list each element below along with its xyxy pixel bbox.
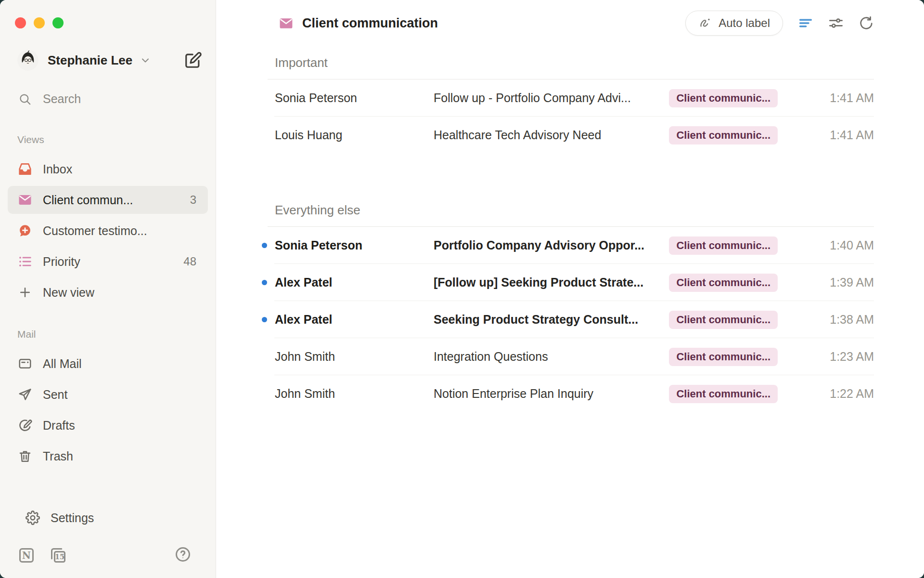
calendar-icon[interactable]: 15 — [50, 547, 67, 564]
sidebar-item-new-view[interactable]: New view — [8, 278, 208, 306]
priority-list-icon — [18, 254, 32, 269]
drafts-icon — [18, 418, 32, 433]
email-section: Everything else Sonia Peterson Portfolio… — [268, 204, 874, 412]
sidebar-footer: N15 — [18, 546, 192, 565]
sidebar-section-label: Views — [17, 134, 216, 145]
sidebar: Stephanie Lee Search Views Inbox Client … — [0, 0, 216, 578]
sidebar-item-priority[interactable]: Priority 48 — [8, 248, 208, 276]
search-icon — [18, 92, 31, 105]
email-row[interactable]: Louis Huang Healthcare Tech Advisory Nee… — [268, 117, 874, 154]
email-sender: Sonia Peterson — [275, 238, 434, 252]
auto-label-label: Auto label — [719, 16, 770, 30]
envelope-icon — [18, 193, 32, 207]
avatar — [17, 50, 38, 71]
email-row[interactable]: Alex Patel [Follow up] Seeking Product S… — [268, 264, 874, 301]
sidebar-item-label: Customer testimo... — [43, 224, 147, 238]
sidebar-item-label: Inbox — [43, 162, 72, 176]
email-time: 1:39 AM — [778, 276, 874, 289]
search-button[interactable]: Search — [18, 85, 202, 112]
email-row[interactable]: Sonia Peterson Portfolio Company Advisor… — [268, 227, 874, 264]
email-section-title: Everything else — [275, 204, 874, 216]
sidebar-section-items: Inbox Client commun... 3 Customer testim… — [0, 155, 216, 306]
sidebar-item-label: New view — [43, 286, 94, 300]
trash-icon — [18, 449, 32, 463]
minimize-window-button[interactable] — [34, 17, 45, 28]
email-time: 1:40 AM — [778, 238, 874, 252]
email-subject: Healthcare Tech Advisory Need — [434, 128, 659, 142]
email-row[interactable]: Alex Patel Seeking Product Strategy Cons… — [268, 301, 874, 338]
gear-icon — [26, 511, 40, 525]
svg-text:15: 15 — [55, 553, 64, 561]
refresh-button[interactable] — [859, 15, 874, 31]
sidebar-item-customer-testimo[interactable]: Customer testimo... — [8, 217, 208, 245]
email-label-badge: Client communic... — [669, 385, 778, 403]
svg-text:N: N — [22, 550, 31, 561]
email-section: Important Sonia Peterson Follow up - Por… — [268, 56, 874, 154]
email-time: 1:38 AM — [778, 313, 874, 327]
email-row[interactable]: John Smith Notion Enterprise Plan Inquir… — [268, 375, 874, 412]
email-sender: Alex Patel — [275, 313, 434, 327]
page-title: Client communication — [302, 16, 438, 31]
sidebar-item-trash[interactable]: Trash — [8, 442, 208, 470]
sidebar-item-label: Drafts — [43, 419, 75, 433]
unread-dot — [262, 317, 267, 322]
sidebar-item-sent[interactable]: Sent — [8, 381, 208, 408]
window-controls — [15, 17, 216, 28]
sidebar-section: Mail All Mail Sent Drafts Trash — [0, 328, 216, 470]
auto-label-wand-icon — [698, 16, 712, 30]
sidebar-item-label: Trash — [43, 449, 73, 463]
main-content: Client communication Auto label Importan… — [216, 0, 924, 578]
settings-area: Settings — [8, 504, 208, 535]
search-label: Search — [43, 92, 81, 106]
sidebar-item-drafts[interactable]: Drafts — [8, 411, 208, 439]
help-icon[interactable] — [174, 546, 192, 563]
envelope-icon — [279, 16, 294, 31]
header-controls: Auto label — [685, 11, 874, 36]
account-name: Stephanie Lee — [48, 53, 132, 68]
email-row[interactable]: John Smith Integration Questions Client … — [268, 338, 874, 375]
email-label-badge: Client communic... — [669, 126, 778, 144]
unread-dot — [262, 280, 267, 285]
email-subject: Notion Enterprise Plan Inquiry — [434, 387, 659, 401]
inbox-icon — [18, 162, 32, 176]
sidebar-item-label: All Mail — [43, 357, 82, 371]
notion-icon[interactable]: N — [18, 547, 35, 564]
compose-button[interactable] — [184, 51, 202, 69]
email-row[interactable]: Sonia Peterson Follow up - Portfolio Com… — [268, 79, 874, 117]
close-window-button[interactable] — [15, 17, 26, 28]
zoom-window-button[interactable] — [52, 17, 64, 28]
auto-label-button[interactable]: Auto label — [685, 11, 783, 36]
sidebar-item-inbox[interactable]: Inbox — [8, 155, 208, 183]
sidebar-item-label: Client commun... — [43, 193, 133, 207]
app-window: Stephanie Lee Search Views Inbox Client … — [0, 0, 924, 578]
view-header: Client communication Auto label — [279, 10, 874, 37]
email-label-badge: Client communic... — [669, 274, 778, 292]
sidebar-item-all-mail[interactable]: All Mail — [8, 350, 208, 378]
email-section-rows: Sonia Peterson Portfolio Company Advisor… — [268, 227, 874, 412]
filter-button[interactable] — [798, 15, 813, 31]
sidebar-item-label: Settings — [51, 511, 94, 525]
email-subject: [Follow up] Seeking Product Strate... — [434, 276, 659, 289]
sidebar-item-count: 48 — [183, 255, 196, 268]
email-label-badge: Client communic... — [669, 236, 778, 255]
sidebar-item-client-commun[interactable]: Client commun... 3 — [8, 186, 208, 214]
email-label-badge: Client communic... — [669, 89, 778, 107]
email-subject: Integration Questions — [434, 350, 659, 364]
email-sender: John Smith — [275, 350, 434, 364]
sidebar-item-label: Priority — [43, 255, 80, 269]
email-list: Important Sonia Peterson Follow up - Por… — [268, 46, 874, 412]
sidebar-sections: Views Inbox Client commun... 3 Customer … — [0, 134, 216, 470]
unread-dot — [262, 243, 267, 248]
email-subject: Seeking Product Strategy Consult... — [434, 313, 659, 327]
display-options-button[interactable] — [828, 15, 844, 31]
account-switcher[interactable]: Stephanie Lee — [17, 47, 202, 74]
sidebar-section: Views Inbox Client commun... 3 Customer … — [0, 134, 216, 306]
sidebar-item-settings[interactable]: Settings — [15, 504, 200, 532]
email-sender: Alex Patel — [275, 276, 434, 289]
plus-icon — [18, 285, 32, 300]
email-sender: Louis Huang — [275, 128, 434, 142]
view-title-group: Client communication — [279, 16, 438, 31]
email-sender: Sonia Peterson — [275, 91, 434, 105]
sidebar-section-items: All Mail Sent Drafts Trash — [0, 350, 216, 470]
all-mail-icon — [18, 356, 32, 371]
